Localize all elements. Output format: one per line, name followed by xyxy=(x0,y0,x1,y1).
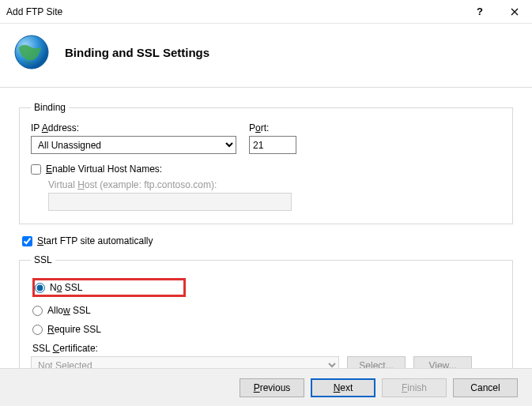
window-title: Add FTP Site xyxy=(6,6,462,17)
vhost-label: Virtual Host (example: ftp.contoso.com): xyxy=(48,179,501,190)
cancel-button[interactable]: Cancel xyxy=(453,378,518,397)
title-bar: Add FTP Site ? xyxy=(0,0,532,24)
ip-address-label: IP Address: xyxy=(31,122,236,133)
close-icon xyxy=(511,8,519,16)
binding-group: Binding IP Address: All Unassigned Port:… xyxy=(19,102,513,224)
auto-start-checkbox[interactable] xyxy=(22,236,32,246)
help-button[interactable]: ? xyxy=(462,0,497,24)
globe-icon xyxy=(13,33,51,71)
finish-button: Finish xyxy=(382,378,447,397)
no-ssl-label: No SSL xyxy=(50,282,82,293)
require-ssl-label: Require SSL xyxy=(47,324,101,335)
auto-start-label: Start FTP site automatically xyxy=(37,235,153,246)
content-area: Binding IP Address: All Unassigned Port:… xyxy=(0,88,532,388)
next-button[interactable]: Next xyxy=(311,378,375,397)
port-label: Port: xyxy=(249,122,296,133)
require-ssl-radio[interactable] xyxy=(32,325,43,335)
enable-vhost-checkbox[interactable] xyxy=(31,164,41,175)
page-title: Binding and SSL Settings xyxy=(65,46,209,59)
ssl-cert-label: SSL Certificate: xyxy=(32,343,501,354)
allow-ssl-radio[interactable] xyxy=(32,306,43,316)
vhost-input xyxy=(48,193,292,211)
wizard-footer: Previous Next Finish Cancel xyxy=(0,368,532,406)
ip-address-select[interactable]: All Unassigned xyxy=(31,136,236,154)
close-button[interactable] xyxy=(497,0,532,24)
port-input[interactable] xyxy=(249,136,296,154)
wizard-header: Binding and SSL Settings xyxy=(0,24,532,87)
ssl-legend: SSL xyxy=(31,254,55,265)
binding-legend: Binding xyxy=(31,102,69,113)
no-ssl-highlight: No SSL xyxy=(32,278,186,297)
previous-button[interactable]: Previous xyxy=(240,378,304,397)
allow-ssl-label: Allow SSL xyxy=(47,305,91,316)
enable-vhost-label: Enable Virtual Host Names: xyxy=(46,164,162,175)
no-ssl-radio[interactable] xyxy=(35,283,45,293)
